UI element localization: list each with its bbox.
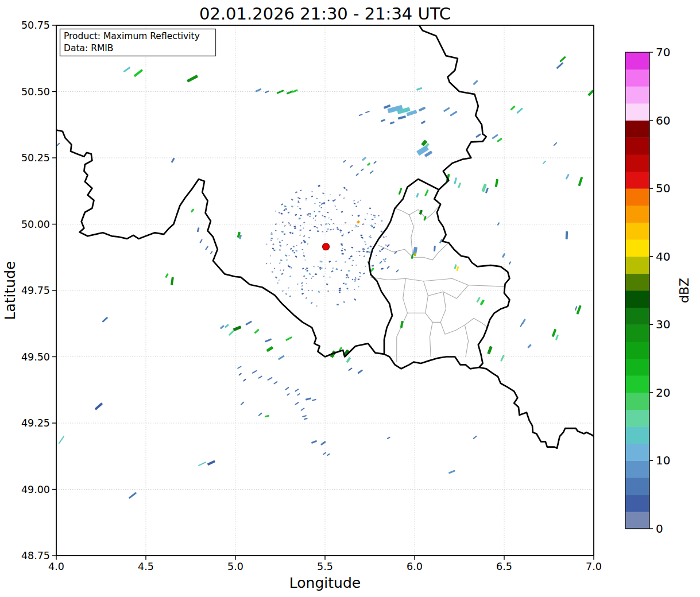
x-tick-label: 6.0 (407, 561, 423, 572)
colorbar-segment (625, 444, 649, 461)
colorbar-segment (625, 69, 649, 87)
clutter-speck (341, 250, 343, 251)
clutter-speck (337, 304, 339, 305)
clutter-speck (314, 226, 315, 227)
colorbar-segment (625, 308, 649, 325)
clutter-speck (305, 269, 306, 270)
colorbar-segment (625, 375, 649, 393)
colorbar-segment (625, 359, 649, 376)
y-tick-label: 49.25 (21, 417, 50, 429)
colorbar: 010203040506070 (625, 45, 670, 536)
colorbar-segment (625, 154, 649, 172)
clutter-speck (367, 214, 368, 214)
colorbar-segment (625, 342, 649, 359)
radar-site-marker (323, 243, 330, 250)
x-tick-label: 4.0 (48, 561, 64, 572)
colorbar-tick-label: 50 (656, 181, 670, 195)
colorbar-segment (625, 495, 649, 512)
clutter-speck (317, 230, 319, 232)
clutter-speck (316, 198, 318, 199)
colorbar-segment (625, 273, 649, 290)
clutter-speck (305, 278, 307, 279)
radar-echo (566, 231, 568, 239)
clutter-speck (345, 222, 346, 224)
clutter-speck (289, 296, 291, 297)
colorbar-tick-label: 20 (656, 386, 670, 400)
colorbar-tick-label: 70 (656, 45, 670, 59)
colorbar-segment (625, 206, 649, 223)
x-tick-label: 7.0 (586, 561, 602, 572)
info-box: Product: Maximum Reflectivity Data: RMIB (60, 29, 216, 56)
colorbar-label: dBZ (677, 278, 691, 303)
colorbar-segment (625, 257, 649, 274)
y-tick-label: 50.50 (21, 86, 50, 98)
clutter-speck (293, 226, 296, 227)
clutter-speck (312, 276, 314, 277)
chart-title: 02.01.2026 21:30 - 21:34 UTC (199, 4, 451, 24)
clutter-speck (279, 249, 281, 250)
colorbar-segment (625, 410, 649, 427)
colorbar-segment (625, 478, 649, 495)
colorbar-segment (625, 324, 649, 342)
y-axis-label: Latitude (2, 261, 18, 320)
clutter-speck (273, 250, 275, 251)
y-tick-label: 48.75 (21, 550, 50, 561)
x-tick-label: 4.5 (138, 561, 154, 572)
clutter-speck (358, 279, 359, 280)
x-tick-label: 5.0 (227, 561, 243, 572)
colorbar-segment (625, 222, 649, 239)
clutter-speck (372, 265, 374, 266)
clutter-speck (378, 215, 380, 216)
info-box-source: Data: RMIB (64, 43, 114, 53)
y-tick-label: 49.50 (21, 351, 50, 363)
colorbar-segment (625, 239, 649, 257)
clutter-speck (337, 228, 339, 230)
info-box-product: Product: Maximum Reflectivity (64, 31, 200, 41)
colorbar-segment (625, 393, 649, 410)
clutter-speck (270, 234, 272, 235)
y-tick-label: 50.75 (21, 20, 50, 31)
colorbar-tick-label: 40 (656, 250, 670, 263)
clutter-speck (361, 235, 362, 236)
radar-map-canvas: 02.01.2026 21:30 - 21:34 UTC 4.04.55.05.… (0, 0, 700, 597)
clutter-speck (372, 219, 373, 220)
clutter-speck (323, 203, 325, 204)
radar-reflectivity-figure: 02.01.2026 21:30 - 21:34 UTC 4.04.55.05.… (0, 0, 700, 597)
colorbar-tick-label: 0 (656, 522, 663, 536)
colorbar-segment (625, 86, 649, 103)
clutter-speck (308, 237, 310, 238)
x-tick-label: 5.5 (317, 561, 333, 572)
clutter-speck (277, 282, 279, 283)
clutter-speck (348, 270, 350, 272)
clutter-speck (363, 249, 366, 250)
colorbar-segment (625, 460, 649, 478)
y-tick-label: 50.25 (21, 152, 50, 164)
clutter-speck (354, 279, 356, 280)
clutter-speck (291, 268, 292, 269)
clutter-speck (369, 208, 371, 209)
clutter-speck (320, 261, 321, 261)
colorbar-segment (625, 103, 649, 121)
colorbar-tick-label: 30 (656, 317, 670, 331)
clutter-speck (303, 228, 304, 229)
colorbar-segment (625, 137, 649, 154)
y-tick-label: 50.00 (21, 219, 50, 230)
clutter-speck (298, 201, 299, 201)
clutter-speck (284, 234, 285, 235)
x-tick-label: 6.5 (496, 561, 512, 572)
colorbar-segment (625, 290, 649, 308)
clutter-speck (319, 202, 320, 203)
clutter-speck (381, 220, 382, 222)
x-axis-label: Longitude (289, 575, 361, 591)
colorbar-segment (625, 121, 649, 138)
clutter-speck (300, 215, 301, 216)
clutter-speck (354, 281, 355, 282)
clutter-speck (294, 227, 296, 228)
clutter-speck (301, 288, 303, 290)
colorbar-segment (625, 427, 649, 444)
colorbar-tick-label: 60 (656, 114, 670, 127)
y-tick-label: 49.00 (21, 484, 50, 495)
colorbar-segment (625, 511, 649, 529)
colorbar-segment (625, 188, 649, 206)
colorbar-segment (625, 172, 649, 189)
